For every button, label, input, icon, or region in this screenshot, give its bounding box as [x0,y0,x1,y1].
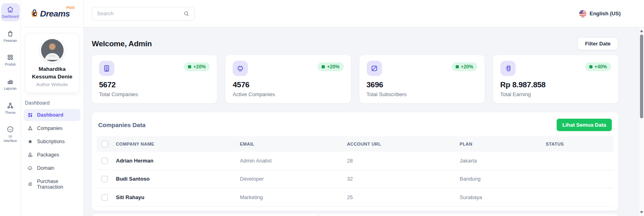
companies-card-title: Companies Data [98,121,146,128]
companies-data-card: Companies Data Lihat Semua Data COMPANY … [92,112,618,211]
sidebar-item-label: Purchase Transaction [37,179,77,190]
topbar: English (US) [84,0,644,27]
svg-text:ux: ux [9,128,11,131]
stat-card-top: +20% [233,61,343,76]
cloud-icon [27,165,33,171]
companies-card-header: Companies Data Lihat Semua Data [97,119,613,131]
column-header-status: STATUS [543,136,613,152]
cell-company-name: Siti Rahayu [113,188,237,207]
badge-value: +20% [327,64,339,70]
sidebar-item-domain[interactable]: Domain [24,162,80,174]
cell-account-url: 25 [344,188,456,207]
cell-email: Developer [237,170,344,188]
vertical-scrollbar [639,27,644,216]
stat-label: Total Earning [500,91,611,97]
cell-account-url: 32 [344,170,456,188]
badge-square-icon [589,65,592,68]
monitor-icon [233,61,248,76]
sidebar-item-dashboard[interactable]: Dashboard [24,109,80,121]
avatar [41,39,64,62]
select-all-checkbox[interactable] [101,141,108,147]
language-label: English (US) [590,10,621,16]
badge-value: +20% [193,64,206,70]
sidebar-menu: Dashboard Companies Subcriptions Package… [21,109,83,193]
rail-item-label: Theme [5,111,15,115]
view-all-data-button[interactable]: Lihat Semua Data [557,119,612,131]
sidebar-item-packages[interactable]: Packages [24,149,80,161]
stat-card-top: +20% [367,61,477,76]
brand-suffix: POS [66,6,75,10]
profile-card: Mahardika Kessuma Denie Author Website [25,33,79,93]
sidebar-section-label: Dashboard [21,95,83,109]
nodes-icon [6,102,14,109]
cubes-icon [27,152,33,158]
rail-item-produk[interactable]: Produk [1,51,20,69]
cell-email: Marketing [237,188,344,207]
badge-value: +40% [594,64,607,70]
stat-value: 3696 [367,80,477,89]
cell-status [543,152,613,170]
stat-value: 4576 [233,80,343,89]
badge-square-icon [322,65,325,68]
search-input[interactable] [97,10,180,16]
rail-item-dashboard[interactable]: Dashboard [1,3,20,21]
logo-area: Dreams POS [21,0,83,27]
main-content: Welcome, Admin Filter Date +20% 5672 Tot… [84,27,644,216]
sidebar-item-label: Subcriptions [37,139,65,144]
stat-card-total-companies: +20% 5672 Total Companies [92,55,217,103]
sidebar-item-label: Companies [37,125,62,131]
row-checkbox[interactable] [101,176,108,182]
row-checkbox[interactable] [101,194,108,201]
shopping-bag-icon [6,30,14,37]
building-icon [99,61,114,76]
brand-name: Dreams [40,9,70,19]
scrollbar-down-arrow[interactable] [640,211,643,214]
sidebar-item-subcriptions[interactable]: Subcriptions [24,136,80,148]
refresh-icon [27,181,33,187]
rail-item-label: Produk [5,62,16,67]
scrollbar-up-arrow[interactable] [640,30,643,32]
sidebar: Dreams POS Mahardika Kessuma Denie Autho… [21,0,84,216]
us-flag-icon [579,10,586,17]
stat-value: 5672 [99,80,210,89]
sidebar-item-label: Dashboard [37,112,63,118]
filter-date-button[interactable]: Filter Date [577,37,618,50]
cell-email: Admin Analist [237,152,344,170]
grid-dots-icon [6,53,14,61]
icon-rail: Dashboard Pesanan Produk Laporan Theme u… [0,0,21,216]
rail-item-pesanan[interactable]: Pesanan [1,27,20,45]
page-title: Welcome, Admin [92,39,152,48]
welcome-row: Welcome, Admin Filter Date [92,37,618,50]
rail-item-theme[interactable]: Theme [1,99,20,117]
stat-card-total-earning: +40% Rp 8.987.858 Total Earning [493,55,618,103]
stat-label: Active Companies [233,91,343,97]
rail-item-laporan[interactable]: Laporan [1,75,20,93]
language-selector[interactable]: English (US) [579,10,621,17]
profile-name: Mahardika Kessuma Denie [29,66,76,81]
search-icon [183,10,190,17]
coins-icon [500,61,516,76]
star-icon [27,139,33,144]
rail-item-label: Laporan [4,86,17,91]
cell-plan: Jakarta [456,152,543,170]
column-header-plan: PLAN [456,136,543,152]
next-section-card [92,214,618,216]
stat-label: Total Subscribers [367,91,477,97]
sidebar-item-purchase-transaction[interactable]: Purchase Transaction [24,175,80,193]
cell-plan: Bandung [456,170,543,188]
cell-status [543,188,613,207]
rail-item-label: UI Interface [2,134,19,143]
home-icon [6,6,14,13]
row-checkbox[interactable] [101,158,108,164]
stat-value: Rp 8.987.858 [500,80,611,89]
scrollbar-thumb[interactable] [640,35,643,118]
sidebar-item-label: Packages [37,152,59,158]
rail-item-ui-interface[interactable]: ux UI Interface [1,123,20,145]
brand-logo[interactable]: Dreams POS [29,8,74,19]
growth-badge: +20% [184,62,210,71]
content-column: English (US) Welcome, Admin Filter Date … [84,0,644,216]
sidebar-item-label: Domain [37,165,54,171]
badge-square-icon [188,65,191,68]
sidebar-item-companies[interactable]: Companies [24,122,80,134]
cursor-slash-icon [367,61,382,76]
